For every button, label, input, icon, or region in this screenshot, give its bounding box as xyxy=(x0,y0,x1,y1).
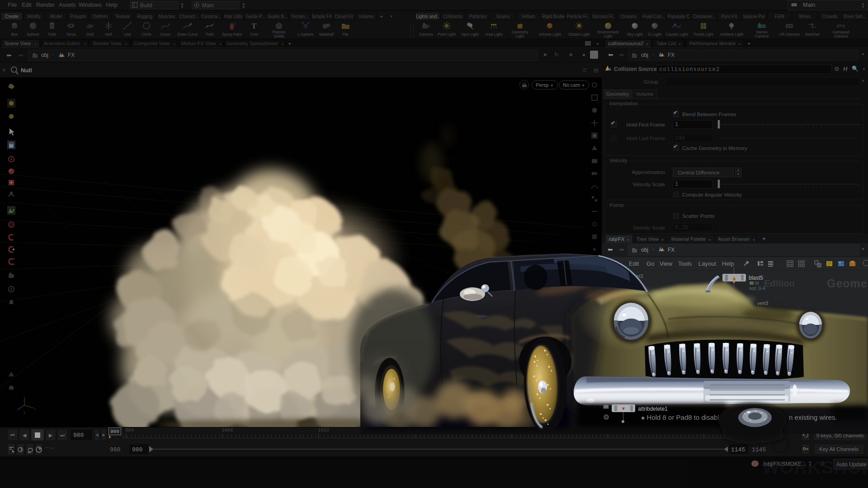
svg-text:y: y xyxy=(24,410,25,414)
svg-text:T: T xyxy=(251,22,257,30)
svg-text:x: x xyxy=(34,407,36,411)
